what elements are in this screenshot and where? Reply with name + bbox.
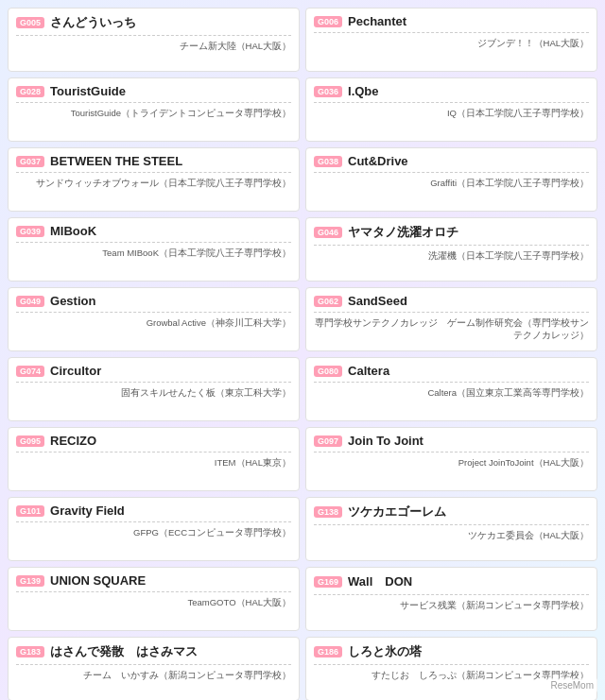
card-badge: G138 <box>314 506 342 518</box>
card-badge: G006 <box>314 16 342 27</box>
card-title: Circultor <box>50 364 101 378</box>
card-badge: G039 <box>16 226 44 237</box>
card-header: G036I.Qbe <box>314 84 589 98</box>
card-title: Join To Joint <box>348 434 424 448</box>
card-badge: G186 <box>314 646 342 657</box>
card-separator <box>314 172 589 173</box>
card-desc: サンドウィッチオブウォール（日本工学院八王子専門学校） <box>16 177 291 189</box>
card-desc: GFPG（ECCコンピュータ専門学校） <box>16 526 291 538</box>
card-badge: G139 <box>16 575 44 587</box>
card-item: G101Gravity FieldGFPG（ECCコンピュータ専門学校） <box>8 497 300 561</box>
card-item: G095RECIZOITEM（HAL東京） <box>8 427 300 491</box>
card-header: G169Wall DON <box>314 573 589 590</box>
card-title: BETWEEN THE STEEL <box>50 154 182 168</box>
card-item: G037BETWEEN THE STEELサンドウィッチオブウォール（日本工学院… <box>8 147 300 212</box>
card-separator <box>314 664 589 665</box>
card-title: しろと氷の塔 <box>348 643 422 660</box>
card-title: RECIZO <box>50 434 96 448</box>
card-badge: G005 <box>16 17 44 28</box>
card-separator <box>314 32 589 33</box>
card-header: G139UNION SQUARE <box>16 573 291 588</box>
card-separator <box>16 591 291 592</box>
card-separator <box>314 524 589 525</box>
card-header: G049Gestion <box>16 294 291 308</box>
card-title: TouristGuide <box>50 84 126 98</box>
card-separator <box>16 35 291 36</box>
card-badge: G062 <box>314 296 342 307</box>
card-title: Gestion <box>50 294 95 308</box>
card-desc: 専門学校サンテクノカレッジ ゲーム制作研究会（専門学校サンテクノカレッジ） <box>314 316 589 342</box>
card-item: G169Wall DONサービス残業（新潟コンピュータ専門学校） <box>305 567 597 631</box>
card-separator <box>16 452 291 452</box>
card-item: G038Cut&DriveGraffiti（日本工学院八王子専門学校） <box>305 147 597 212</box>
card-title: Caltera <box>348 364 389 378</box>
card-header: G028TouristGuide <box>16 84 291 98</box>
card-separator <box>16 242 291 243</box>
card-desc: 固有スキルせんたく板（東京工科大学） <box>16 386 291 399</box>
card-title: SandSeed <box>348 294 407 308</box>
card-item: G097Join To JointProject JoinToJoint（HAL… <box>305 427 597 491</box>
card-header: G074Circultor <box>16 364 291 378</box>
card-title: ヤマタノ洗濯オロチ <box>348 224 458 241</box>
card-badge: G037 <box>16 156 44 167</box>
card-item: G139UNION SQUARETeamGOTO（HAL大阪） <box>8 567 300 631</box>
card-desc: Team MIBooK（日本工学院八王子専門学校） <box>16 247 291 259</box>
card-item: G039MIBooKTeam MIBooK（日本工学院八王子専門学校） <box>8 217 300 282</box>
card-header: G095RECIZO <box>16 434 291 448</box>
card-separator <box>314 102 589 103</box>
card-separator <box>314 594 589 595</box>
card-header: G183はさんで発散 はさみマス <box>16 643 291 660</box>
card-desc: ジブンデ！！（HAL大阪） <box>314 37 589 49</box>
card-separator <box>314 245 589 246</box>
card-desc: TouristGuide（トライデントコンピュータ専門学校） <box>16 107 291 119</box>
card-header: G062SandSeed <box>314 294 589 308</box>
card-title: UNION SQUARE <box>50 573 146 588</box>
card-separator <box>314 382 589 383</box>
card-badge: G036 <box>314 86 342 97</box>
card-desc: チーム新大陸（HAL大阪） <box>16 40 291 52</box>
watermark: ReseMom <box>546 678 597 692</box>
card-item: G062SandSeed専門学校サンテクノカレッジ ゲーム制作研究会（専門学校サ… <box>305 287 597 351</box>
card-title: Cut&Drive <box>348 154 408 168</box>
card-header: G039MIBooK <box>16 224 291 238</box>
card-item: G049GestionGrowbal Active（神奈川工科大学） <box>8 287 300 351</box>
card-header: G080Caltera <box>314 364 589 378</box>
card-badge: G038 <box>314 156 342 167</box>
card-item: G028TouristGuideTouristGuide（トライデントコンピュー… <box>8 77 300 142</box>
card-item: G006Pechantetジブンデ！！（HAL大阪） <box>305 8 597 72</box>
card-title: MIBooK <box>50 224 96 238</box>
card-badge: G074 <box>16 366 44 377</box>
card-desc: チーム いかすみ（新潟コンピュータ専門学校） <box>16 669 291 681</box>
card-header: G038Cut&Drive <box>314 154 589 168</box>
card-item: G080CalteraCaltera（国立東京工業高等専門学校） <box>305 357 597 421</box>
card-desc: 洗濯機（日本工学院八王子専門学校） <box>314 249 589 262</box>
card-separator <box>314 312 589 313</box>
card-desc: Growbal Active（神奈川工科大学） <box>16 316 291 329</box>
card-separator <box>16 521 291 522</box>
card-desc: Caltera（国立東京工業高等専門学校） <box>314 386 589 399</box>
card-header: G101Gravity Field <box>16 504 291 518</box>
card-separator <box>16 102 291 103</box>
card-item: G074Circultor固有スキルせんたく板（東京工科大学） <box>8 357 300 421</box>
card-separator <box>16 664 291 665</box>
card-badge: G097 <box>314 435 342 447</box>
card-desc: Graffiti（日本工学院八王子専門学校） <box>314 177 589 189</box>
card-badge: G095 <box>16 435 44 447</box>
card-header: G037BETWEEN THE STEEL <box>16 154 291 168</box>
card-desc: IQ（日本工学院八王子専門学校） <box>314 107 589 119</box>
card-desc: Project JoinToJoint（HAL大阪） <box>314 456 589 469</box>
card-desc: ITEM（HAL東京） <box>16 456 291 469</box>
card-badge: G080 <box>314 366 342 377</box>
card-item: G138ツケカエゴーレムツケカエ委員会（HAL大阪） <box>305 497 597 561</box>
card-desc: TeamGOTO（HAL大阪） <box>16 596 291 608</box>
card-title: はさんで発散 はさみマス <box>50 643 198 660</box>
card-badge: G169 <box>314 576 342 588</box>
card-badge: G049 <box>16 296 44 307</box>
card-grid: G005さんどういっちチーム新大陸（HAL大阪）G006Pechantetジブン… <box>8 8 597 700</box>
card-separator <box>314 452 589 452</box>
card-title: I.Qbe <box>348 84 379 98</box>
card-badge: G028 <box>16 86 44 97</box>
card-item: G036I.QbeIQ（日本工学院八王子専門学校） <box>305 77 597 142</box>
card-desc: サービス残業（新潟コンピュータ専門学校） <box>314 599 589 611</box>
card-badge: G046 <box>314 227 342 238</box>
